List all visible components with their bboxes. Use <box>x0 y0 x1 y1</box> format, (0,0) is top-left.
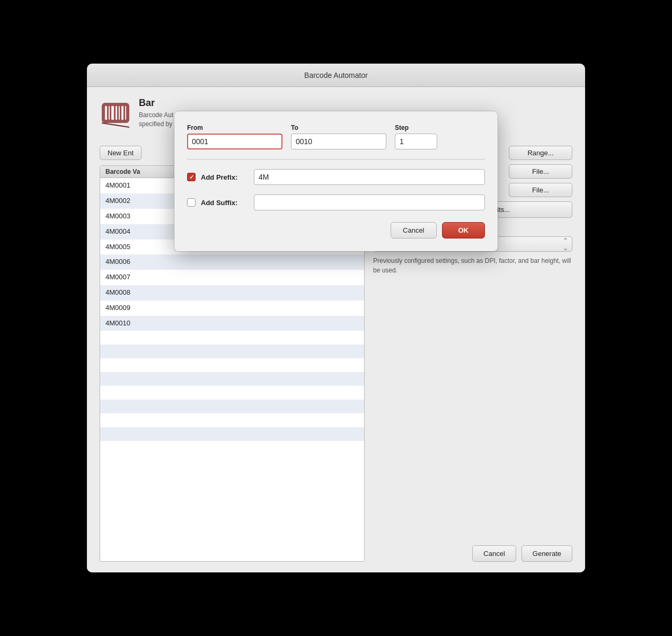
list-item[interactable]: 4M0010 <box>100 316 364 331</box>
bottom-buttons: Cancel Generate <box>373 545 572 562</box>
list-item[interactable]: 4M0008 <box>100 285 364 301</box>
modal-buttons: Cancel OK <box>187 220 485 238</box>
list-item-empty <box>100 372 364 386</box>
from-input[interactable] <box>187 134 282 149</box>
prefix-row: Add Prefix: <box>187 169 485 185</box>
modal-ok-button[interactable]: OK <box>442 222 485 238</box>
suffix-checkbox[interactable] <box>187 198 196 207</box>
prefix-checkbox[interactable] <box>187 173 196 181</box>
to-input[interactable] <box>291 134 386 149</box>
step-label: Step <box>395 124 437 131</box>
app-icon <box>100 98 131 129</box>
window-title: Barcode Automator <box>304 71 368 80</box>
suffix-input[interactable] <box>254 195 485 210</box>
list-item[interactable]: 4M0006 <box>100 254 364 270</box>
modal-divider <box>187 159 485 160</box>
app-title: Bar <box>139 98 572 109</box>
generate-button[interactable]: Generate <box>521 545 572 562</box>
prefix-input[interactable] <box>254 169 485 185</box>
svg-rect-7 <box>125 106 126 120</box>
list-item-empty <box>100 400 364 413</box>
list-item-empty <box>100 386 364 400</box>
new-entry-button[interactable]: New Ent <box>100 146 142 160</box>
import-file-button[interactable]: File... <box>509 164 572 179</box>
output-desc: Previously configured settings, such as … <box>373 256 572 275</box>
title-bar: Barcode Automator <box>87 64 585 87</box>
suffix-row: Add Suffix: <box>187 195 485 210</box>
svg-line-8 <box>102 123 129 127</box>
from-field-group: From <box>187 124 282 149</box>
list-item[interactable]: 4M0007 <box>100 270 364 285</box>
step-field-group: Step <box>395 124 437 149</box>
svg-rect-4 <box>116 106 117 120</box>
modal-cancel-button[interactable]: Cancel <box>391 222 436 238</box>
to-field-group: To <box>291 124 386 149</box>
svg-rect-5 <box>119 106 120 120</box>
list-item-empty <box>100 427 364 441</box>
range-button[interactable]: Range... <box>509 146 572 160</box>
list-item-empty <box>100 344 364 358</box>
list-item-empty <box>100 358 364 372</box>
main-cancel-button[interactable]: Cancel <box>472 545 516 562</box>
svg-rect-3 <box>111 106 114 120</box>
list-item[interactable]: 4M0009 <box>100 301 364 316</box>
modal-dialog: From To Step Add Prefix: <box>174 111 498 251</box>
svg-rect-6 <box>121 106 123 120</box>
svg-rect-1 <box>105 106 107 120</box>
to-label: To <box>291 124 386 131</box>
prefix-label: Add Prefix: <box>201 173 249 181</box>
list-item-empty <box>100 413 364 427</box>
from-label: From <box>187 124 282 131</box>
svg-rect-2 <box>109 106 110 120</box>
app-window: Barcode Automator Bar <box>87 64 585 572</box>
step-input[interactable] <box>395 134 437 149</box>
export-file-button[interactable]: File... <box>509 183 572 197</box>
suffix-label: Add Suffix: <box>201 199 249 207</box>
field-row: From To Step <box>187 124 485 149</box>
list-item-empty <box>100 331 364 344</box>
